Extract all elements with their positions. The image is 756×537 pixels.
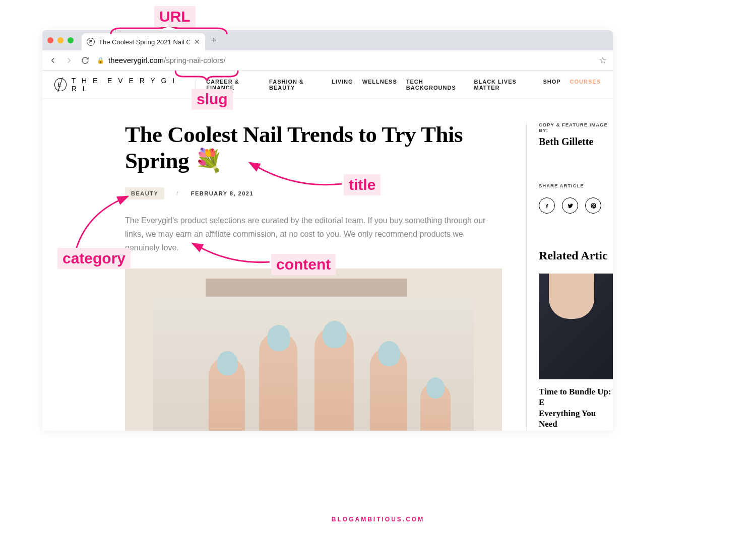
url-domain: theeverygirl.com [108,56,164,64]
browser-window: E The Coolest Spring 2021 Nail C ✕ + 🔒 t… [42,30,613,431]
article-date: FEBRUARY 8, 2021 [191,190,254,196]
site-header: E T H E E V E R Y G I R L CAREER & FINAN… [42,71,613,99]
logo-mark-icon: E [54,78,67,91]
main-nav: CAREER & FINANCE FASHION & BEAUTY LIVING… [206,79,601,91]
article-lead: The Everygirl's product selections are c… [125,214,498,255]
annotation-category: category [57,248,131,269]
tab-close-icon[interactable]: ✕ [194,38,200,46]
annotation-title: title [344,174,381,195]
hero-image [125,268,502,431]
logo-text: T H E E V E R Y G I R L [72,77,186,93]
content-arrow [192,242,277,269]
related-article-title[interactable]: Time to Bundle Up: E Everything You Need [539,386,613,429]
nav-living[interactable]: LIVING [332,79,353,91]
share-twitter-button[interactable] [562,197,578,214]
meta-separator: / [176,190,179,196]
annotation-content: content [271,254,336,275]
byline-label: COPY & FEATURE IMAGE BY: [539,122,613,133]
sidebar: COPY & FEATURE IMAGE BY: Beth Gillette S… [526,122,613,431]
reload-button[interactable] [81,56,90,65]
window-minimize[interactable] [57,37,64,43]
author-name[interactable]: Beth Gillette [539,136,613,148]
facebook-icon [544,203,550,209]
bookmark-icon[interactable]: ☆ [599,55,607,66]
share-icons [539,197,613,214]
share-facebook-button[interactable] [539,197,555,214]
site-logo[interactable]: E T H E E V E R Y G I R L [54,77,185,93]
forward-button[interactable] [65,56,74,65]
share-pinterest-button[interactable] [585,197,601,214]
tab-title: The Coolest Spring 2021 Nail C [99,38,190,46]
lock-icon: 🔒 [97,57,104,64]
annotation-slug: slug [192,89,233,110]
url-path: /spring-nail-colors/ [164,56,226,64]
nav-wellness[interactable]: WELLNESS [362,79,397,91]
footer-credit: BLOGAMBITIOUS.COM [0,516,756,523]
favicon: E [87,38,95,46]
category-tag[interactable]: BEAUTY [125,187,164,199]
twitter-icon [567,203,574,209]
address-bar[interactable]: 🔒 theeverygirl.com/spring-nail-colors/ [97,56,592,64]
related-article-image[interactable] [539,274,613,379]
nav-shop[interactable]: SHOP [543,79,560,91]
nav-fashion-beauty[interactable]: FASHION & BEAUTY [269,79,323,91]
nav-courses[interactable]: COURSES [570,79,601,91]
title-arrow [246,161,347,193]
traffic-lights [47,37,74,43]
url-bar: 🔒 theeverygirl.com/spring-nail-colors/ ☆ [42,50,613,71]
nav-black-lives-matter[interactable]: BLACK LIVES MATTER [474,79,534,91]
pinterest-icon [590,203,597,209]
slug-bracket [171,69,242,83]
related-heading: Related Artic [539,249,613,262]
annotation-url: URL [154,6,196,27]
window-close[interactable] [47,37,53,43]
window-maximize[interactable] [68,37,74,43]
back-button[interactable] [48,56,57,65]
share-label: SHARE ARTICLE [539,183,613,188]
nav-tech-backgrounds[interactable]: TECH BACKGROUNDS [406,79,465,91]
